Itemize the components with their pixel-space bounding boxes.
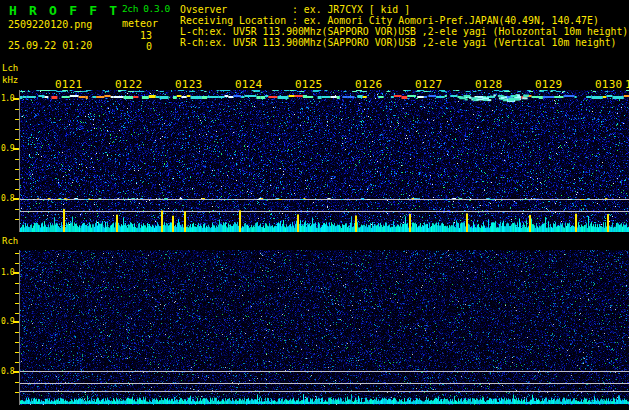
rch-spectrogram bbox=[20, 250, 629, 405]
hrofft-spectrogram-screen: H R O F F T 2ch 0.3.0 2509220120.png met… bbox=[0, 0, 629, 410]
lch-receiver-line: L-ch:ex. UV5R 113.900Mhz(SAPPORO VOR)USB… bbox=[180, 26, 628, 37]
time-axis: 0121012201230124012501260127012801290130… bbox=[0, 78, 629, 89]
app-title: H R O F F T bbox=[9, 3, 119, 18]
meteor-count-rch: 0 bbox=[136, 41, 152, 52]
rch-channel-label: Rch bbox=[2, 236, 18, 246]
lch-channel-label: Lch bbox=[2, 63, 18, 73]
receiving-location-line: Receiving Location : ex. Aomori City Aom… bbox=[180, 15, 628, 26]
lch-spectrogram bbox=[20, 90, 629, 232]
observer-info-block: Ovserver : ex. JR7CYX [ kid ] Receiving … bbox=[180, 4, 628, 48]
app-version: 2ch 0.3.0 bbox=[122, 3, 170, 14]
mode-label: meteor bbox=[122, 18, 158, 29]
rch-receiver-line: R-ch:ex. UV5R 113.900Mhz(SAPPORO VOR)USB… bbox=[180, 37, 628, 48]
datetime: 25.09.22 01:20 bbox=[8, 40, 92, 51]
observer-line: Ovserver : ex. JR7CYX [ kid ] bbox=[180, 4, 628, 15]
output-filename: 2509220120.png bbox=[8, 19, 92, 30]
meteor-count-lch: 13 bbox=[136, 30, 152, 41]
